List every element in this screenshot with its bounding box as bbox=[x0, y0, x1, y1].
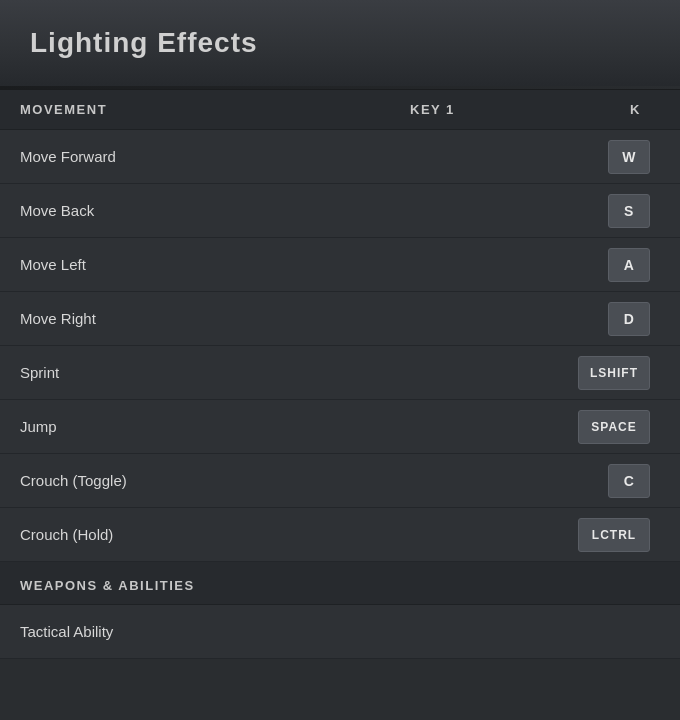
key-badge[interactable]: LSHIFT bbox=[578, 356, 650, 390]
key1-cell: LSHIFT bbox=[440, 356, 660, 390]
action-label: Tactical Ability bbox=[20, 623, 440, 640]
table-row[interactable]: Crouch (Toggle) C bbox=[0, 454, 680, 508]
column-movement-label: MOVEMENT bbox=[20, 102, 410, 117]
table-row[interactable]: Jump SPACE bbox=[0, 400, 680, 454]
key1-cell: SPACE bbox=[440, 410, 660, 444]
column-key2-label: K bbox=[630, 102, 660, 117]
key1-cell: LCTRL bbox=[440, 518, 660, 552]
action-label: Move Right bbox=[20, 310, 440, 327]
key-badge[interactable]: SPACE bbox=[578, 410, 650, 444]
key-badge[interactable]: W bbox=[608, 140, 650, 174]
key1-cell: A bbox=[440, 248, 660, 282]
table-row[interactable]: Move Forward W bbox=[0, 130, 680, 184]
key1-cell: S bbox=[440, 194, 660, 228]
table-row[interactable]: Tactical Ability bbox=[0, 605, 680, 659]
table-row[interactable]: Move Back S bbox=[0, 184, 680, 238]
weapons-section-header: WEAPONS & ABILITIES bbox=[0, 562, 680, 605]
table-row[interactable]: Crouch (Hold) LCTRL bbox=[0, 508, 680, 562]
table-row[interactable]: Move Right D bbox=[0, 292, 680, 346]
header: Lighting Effects bbox=[0, 0, 680, 90]
action-label: Sprint bbox=[20, 364, 440, 381]
action-label: Jump bbox=[20, 418, 440, 435]
table-row[interactable]: Sprint LSHIFT bbox=[0, 346, 680, 400]
table-row[interactable]: Move Left A bbox=[0, 238, 680, 292]
key1-cell: W bbox=[440, 140, 660, 174]
page-title: Lighting Effects bbox=[30, 27, 258, 59]
key1-cell: D bbox=[440, 302, 660, 336]
action-label: Crouch (Hold) bbox=[20, 526, 440, 543]
key-badge[interactable]: D bbox=[608, 302, 650, 336]
weapons-section-label: WEAPONS & ABILITIES bbox=[20, 578, 195, 593]
action-label: Move Left bbox=[20, 256, 440, 273]
table-header: MOVEMENT KEY 1 K bbox=[0, 90, 680, 130]
key-badge[interactable]: LCTRL bbox=[578, 518, 650, 552]
action-label: Move Back bbox=[20, 202, 440, 219]
key1-cell: C bbox=[440, 464, 660, 498]
column-key1-label: KEY 1 bbox=[410, 102, 630, 117]
key-badge[interactable]: S bbox=[608, 194, 650, 228]
action-label: Move Forward bbox=[20, 148, 440, 165]
key-badge[interactable]: A bbox=[608, 248, 650, 282]
key-badge[interactable]: C bbox=[608, 464, 650, 498]
action-label: Crouch (Toggle) bbox=[20, 472, 440, 489]
movement-section: Move Forward W Move Back S Move Left A M… bbox=[0, 130, 680, 562]
